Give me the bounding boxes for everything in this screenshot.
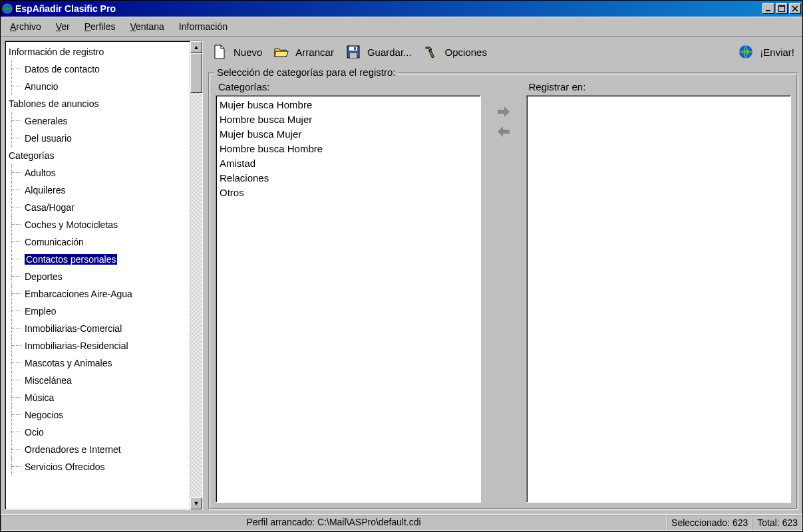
categories-column: Categorías: Mujer busca Hombre Hombre bu…: [216, 77, 481, 503]
minimize-button[interactable]: [762, 3, 774, 14]
svg-rect-6: [349, 47, 357, 51]
list-item[interactable]: Mujer busca Mujer: [220, 127, 478, 142]
scroll-down-button[interactable]: ▼: [190, 497, 202, 509]
save-button[interactable]: Guardar...: [346, 45, 412, 59]
status-total: Total: 623: [752, 515, 802, 531]
scroll-track[interactable]: [190, 93, 202, 497]
close-button[interactable]: [789, 3, 801, 14]
tree-item-adultos[interactable]: Adultos: [6, 164, 190, 182]
tree-item-datos-contacto[interactable]: Datos de contacto: [6, 61, 190, 78]
tree-root-tablones[interactable]: Tablones de anuncios: [6, 95, 190, 112]
group-title: Selección de categorías para el registro…: [214, 66, 398, 78]
main-panel: Nuevo Arrancar Guardar... Opciones: [208, 41, 798, 510]
save-floppy-icon: [346, 45, 361, 59]
save-label: Guardar...: [367, 47, 412, 58]
svg-rect-9: [428, 50, 434, 58]
tree-item-inmobiliarias-comercial[interactable]: Inmobiliarias-Comercial: [6, 320, 190, 337]
tree-item-ordenadores[interactable]: Ordenadores e Internet: [6, 441, 190, 458]
svg-rect-7: [350, 53, 357, 58]
tree-item-alquileres[interactable]: Alquileres: [6, 182, 190, 199]
titlebar[interactable]: EspAñadir Clasific Pro: [1, 1, 802, 17]
tree-item-contactos-personales[interactable]: Contactos personales: [6, 251, 190, 268]
tree-item-casa[interactable]: Casa/Hogar: [6, 199, 190, 216]
open-button[interactable]: Arrancar: [274, 45, 334, 59]
tree-item-empleo[interactable]: Empleo: [6, 303, 190, 320]
svg-rect-4: [778, 5, 785, 7]
app-icon: [2, 3, 13, 14]
svg-rect-8: [354, 47, 356, 50]
open-folder-icon: [274, 45, 289, 59]
tree-item-negocios[interactable]: Negocios: [6, 406, 190, 424]
toolbar: Nuevo Arrancar Guardar... Opciones: [208, 41, 798, 63]
tree-panel: Información de registro Datos de contact…: [5, 41, 203, 510]
tree-item-del-usuario[interactable]: Del usuario: [6, 130, 190, 147]
menu-ver[interactable]: Ver: [51, 19, 75, 34]
status-path: Perfil arrancado: C:\Mail\ASPro\default.…: [1, 515, 667, 531]
scroll-thumb[interactable]: [190, 53, 202, 93]
tree-item-miscelanea[interactable]: Miscelánea: [6, 372, 190, 389]
options-button[interactable]: Opciones: [424, 45, 487, 59]
list-item[interactable]: Hombre busca Mujer: [220, 112, 478, 127]
send-button[interactable]: ¡Enviar!: [738, 45, 794, 59]
category-selection-group: Selección de categorías para el registro…: [208, 72, 798, 510]
tree-item-embarcaciones[interactable]: Embarcaciones Aire-Agua: [6, 285, 190, 303]
tree-item-musica[interactable]: Música: [6, 389, 190, 406]
register-listbox[interactable]: [526, 95, 792, 503]
new-file-icon: [212, 45, 227, 59]
svg-rect-2: [766, 10, 770, 11]
tree-item-comunicacion[interactable]: Comunicación: [6, 233, 190, 251]
maximize-button[interactable]: [776, 3, 788, 14]
tree-item-deportes[interactable]: Deportes: [6, 268, 190, 285]
scroll-up-button[interactable]: ▲: [190, 41, 202, 53]
register-column: Registrar en:: [526, 77, 792, 503]
status-selected: Seleccionado: 623: [667, 515, 752, 531]
globe-icon: [738, 45, 753, 59]
open-label: Arrancar: [295, 47, 334, 58]
tree-item-coches[interactable]: Coches y Motocicletas: [6, 216, 190, 233]
transfer-buttons: [490, 77, 517, 503]
tree-item-servicios[interactable]: Servicios Ofrecidos: [6, 458, 190, 475]
status-bar: Perfil arrancado: C:\Mail\ASPro\default.…: [1, 514, 802, 531]
send-label: ¡Enviar!: [760, 47, 794, 58]
client-area: Información de registro Datos de contact…: [1, 37, 802, 514]
window-controls: [762, 3, 801, 14]
categories-label: Categorías:: [218, 81, 481, 92]
list-item[interactable]: Mujer busca Hombre: [220, 98, 478, 112]
tree-item-ocio[interactable]: Ocio: [6, 424, 190, 441]
tree-root-categorias[interactable]: Categorías: [6, 147, 190, 164]
menu-archivo[interactable]: Archivo: [5, 19, 47, 34]
move-left-button[interactable]: [496, 125, 512, 138]
menu-perfiles[interactable]: Perfiles: [79, 19, 121, 34]
categories-listbox[interactable]: Mujer busca Hombre Hombre busca Mujer Mu…: [216, 95, 481, 503]
tree-root-registro[interactable]: Información de registro: [6, 43, 190, 61]
list-item[interactable]: Amistad: [220, 156, 478, 171]
window-title: EspAñadir Clasific Pro: [15, 3, 762, 14]
tree-item-generales[interactable]: Generales: [6, 112, 190, 130]
tree-item-inmobiliarias-residencial[interactable]: Inmobiliarias-Residencial: [6, 337, 190, 354]
new-button[interactable]: Nuevo: [212, 45, 262, 59]
menu-ventana[interactable]: Ventana: [124, 19, 169, 34]
tree-view[interactable]: Información de registro Datos de contact…: [5, 41, 190, 509]
menu-informacion[interactable]: Información: [174, 19, 233, 34]
options-label: Opciones: [445, 47, 487, 58]
tree-item-anuncio[interactable]: Anuncio: [6, 78, 190, 95]
tree-item-mascotas[interactable]: Mascotas y Animales: [6, 354, 190, 372]
register-label: Registrar en:: [529, 81, 792, 92]
list-item[interactable]: Otros: [220, 186, 478, 200]
tree-scrollbar[interactable]: ▲ ▼: [190, 41, 202, 509]
list-item[interactable]: Relaciones: [220, 171, 478, 186]
menubar: Archivo Ver Perfiles Ventana Información: [1, 17, 802, 37]
list-item[interactable]: Hombre busca Hombre: [220, 142, 478, 156]
app-window: EspAñadir Clasific Pro Archivo Ver Perfi…: [0, 0, 803, 532]
hammer-icon: [424, 45, 438, 59]
new-label: Nuevo: [234, 47, 262, 58]
move-right-button[interactable]: [496, 105, 512, 118]
